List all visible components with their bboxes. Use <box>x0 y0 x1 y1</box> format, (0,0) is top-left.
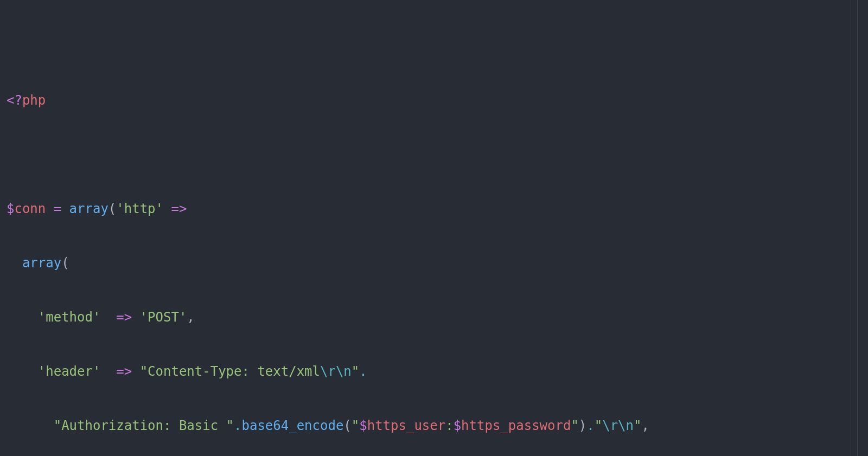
code-line: 'method' => 'POST', <box>7 304 861 331</box>
function: base64_encode <box>242 418 344 433</box>
function: array <box>22 255 61 271</box>
operator-concat: . <box>359 364 367 379</box>
indent <box>7 418 54 433</box>
operator-concat: . <box>234 418 241 433</box>
punctuation: , <box>641 418 649 433</box>
string-quote: " <box>352 418 359 433</box>
operator-assign: = <box>46 201 69 216</box>
variable: https_user <box>367 418 446 433</box>
code-line: "Authorization: Basic ".base64_encode("$… <box>7 412 861 439</box>
variable: https_password <box>461 418 571 433</box>
operator-arrow: => <box>163 201 187 216</box>
string: "Authorization: Basic " <box>54 418 234 433</box>
escape-sequence: \r\n <box>320 364 352 379</box>
variable: conn <box>14 201 46 216</box>
space <box>100 310 116 325</box>
operator-arrow: => <box>116 310 132 325</box>
php-keyword: php <box>22 93 46 108</box>
string-quote: " <box>634 418 641 433</box>
string: 'header' <box>38 364 101 379</box>
code-line <box>7 141 861 168</box>
punctuation: ( <box>61 255 69 271</box>
punctuation: , <box>187 310 194 325</box>
escape-sequence: \r\n <box>602 418 634 433</box>
function: array <box>69 201 108 216</box>
operator-concat: . <box>586 418 594 433</box>
space <box>132 364 139 379</box>
string-quote: " <box>595 418 602 433</box>
string: "Content-Type: text/xml <box>140 364 320 379</box>
operator-arrow: => <box>116 364 132 379</box>
string: : <box>445 418 453 433</box>
space <box>100 364 116 379</box>
var-sigil: $ <box>7 201 14 216</box>
var-sigil: $ <box>454 418 461 433</box>
punctuation: ( <box>343 418 351 433</box>
punctuation: ) <box>579 418 586 433</box>
var-sigil: $ <box>359 418 367 433</box>
punctuation: ( <box>108 201 116 216</box>
string: " <box>352 364 359 379</box>
code-line: 'header' => "Content-Type: text/xml\r\n"… <box>7 358 861 385</box>
editor-ruler <box>851 0 851 456</box>
code-line: array( <box>7 249 861 277</box>
indent <box>7 364 38 379</box>
indent <box>7 310 38 325</box>
string: 'http' <box>116 201 163 216</box>
space <box>132 310 139 325</box>
code-line: $conn = array('http' => <box>7 195 861 222</box>
php-open-tag: <? <box>7 93 22 108</box>
indent <box>7 255 22 271</box>
string: 'POST' <box>140 310 187 325</box>
editor-ruler <box>857 0 858 456</box>
string: 'method' <box>38 310 101 325</box>
code-line: <?php <box>7 87 861 114</box>
code-editor[interactable]: <?php $conn = array('http' => array( 'me… <box>0 0 868 456</box>
string-quote: " <box>571 418 578 433</box>
